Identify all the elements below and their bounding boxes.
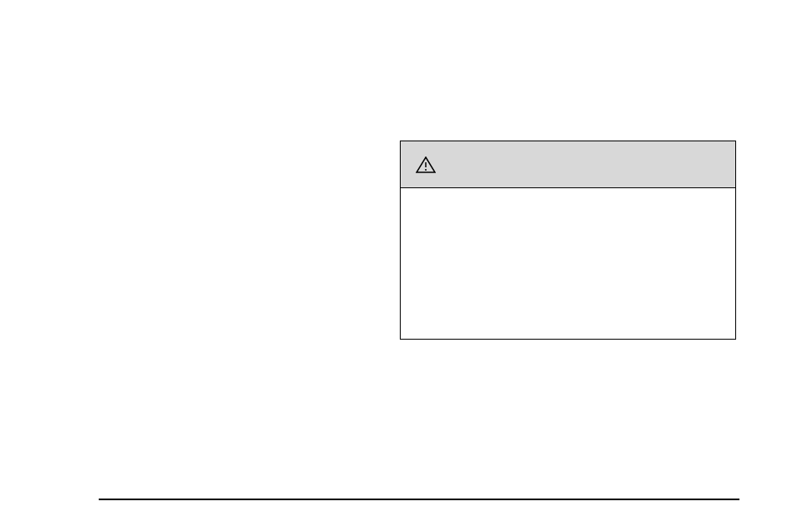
warning-icon bbox=[416, 156, 436, 173]
warning-body bbox=[401, 188, 735, 339]
warning-box bbox=[400, 141, 736, 340]
divider bbox=[99, 499, 739, 500]
warning-header bbox=[401, 141, 735, 188]
svg-point-1 bbox=[425, 169, 427, 171]
